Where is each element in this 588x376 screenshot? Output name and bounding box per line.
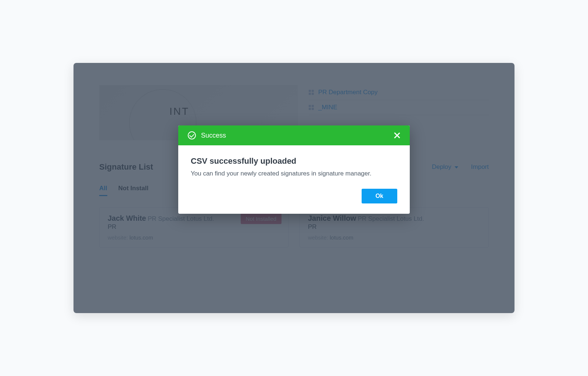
ok-button[interactable]: Ok bbox=[362, 189, 397, 203]
modal-body: CSV successfully uploaded You can find y… bbox=[178, 145, 410, 189]
modal-heading: CSV successfully uploaded bbox=[191, 156, 397, 166]
modal-header-title: Success bbox=[201, 132, 226, 139]
modal-overlay: Success CSV successfully uploaded You ca… bbox=[74, 63, 514, 313]
modal-header: Success bbox=[178, 125, 410, 145]
check-circle-icon bbox=[188, 131, 196, 139]
app-frame: INT PR Department Copy _MINE Signature L… bbox=[74, 63, 514, 313]
modal-text: You can find your newly created signatur… bbox=[191, 169, 397, 178]
close-icon[interactable] bbox=[394, 132, 400, 139]
success-modal: Success CSV successfully uploaded You ca… bbox=[178, 125, 410, 214]
modal-footer: Ok bbox=[178, 189, 410, 214]
